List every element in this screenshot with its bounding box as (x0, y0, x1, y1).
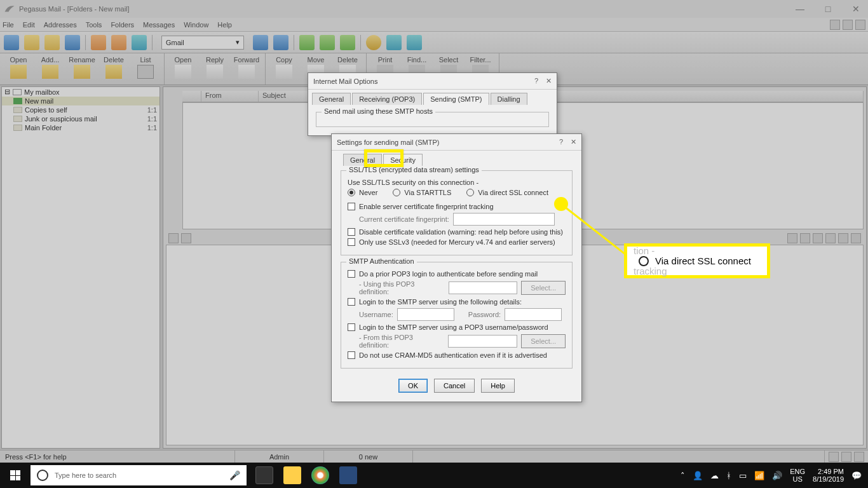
col-icon[interactable] (182, 91, 201, 102)
menu-file[interactable]: File (3, 21, 14, 29)
close-button[interactable]: ✕ (848, 4, 864, 14)
imo-tab-dialling[interactable]: Dialling (491, 93, 527, 105)
msg-reply-button[interactable]: Reply (199, 55, 231, 83)
chrome-icon[interactable] (311, 466, 329, 484)
tray-clock[interactable]: 2:49 PM8/19/2019 (813, 468, 844, 483)
lock-icon[interactable] (825, 233, 836, 243)
send-icon[interactable] (299, 35, 315, 50)
imo-tab-smtp[interactable]: Sending (SMTP) (423, 93, 489, 105)
mdi-minimize-icon[interactable] (830, 20, 840, 30)
tray-bluetooth-icon[interactable]: ᚼ (726, 471, 731, 480)
chk-sslv3[interactable] (348, 238, 355, 246)
nav1-icon[interactable] (787, 233, 797, 243)
chk-fingerprint[interactable] (348, 203, 355, 210)
radio-starttls[interactable] (393, 189, 400, 196)
taskbar-search[interactable]: Type here to search 🎤 (31, 465, 247, 485)
tree-item[interactable]: New mail (2, 97, 159, 105)
msg-forward-button[interactable]: Forward (231, 55, 262, 83)
tree-item[interactable]: Copies to self1:1 (2, 105, 159, 114)
fingerprint-input[interactable] (453, 213, 555, 226)
pegasus-icon[interactable] (407, 35, 422, 50)
menu-folders[interactable]: Folders (111, 21, 134, 29)
start-button[interactable] (0, 463, 31, 488)
status-icon-2[interactable] (841, 452, 851, 462)
folder-open-button[interactable]: Open (3, 55, 34, 83)
chk-no-crammd5[interactable] (348, 351, 355, 359)
sendreceive-icon[interactable] (340, 35, 355, 50)
compose-icon[interactable] (4, 35, 19, 50)
tray-wifi-icon[interactable]: 📶 (754, 471, 764, 480)
menu-addresses[interactable]: Addresses (44, 21, 77, 29)
nav4-icon[interactable] (838, 233, 848, 243)
status-icon-3[interactable] (854, 452, 864, 462)
help-button[interactable]: Help (481, 379, 515, 393)
close-icon[interactable]: ✕ (546, 77, 552, 85)
folder-add-button[interactable]: Add... (34, 55, 66, 83)
identity-combo[interactable]: Gmail ▾ (161, 36, 244, 50)
tray-battery-icon[interactable]: ▭ (739, 471, 747, 480)
msg-open-button[interactable]: Open (167, 55, 199, 83)
identity-icon[interactable] (91, 35, 106, 50)
chk-pop3-login[interactable] (348, 270, 355, 278)
tray-volume-icon[interactable]: 🔊 (772, 471, 782, 480)
coin-icon[interactable] (366, 35, 381, 50)
attach-icon[interactable] (181, 233, 191, 243)
receive-icon[interactable] (320, 35, 335, 50)
read-icon[interactable] (24, 35, 39, 50)
users-icon[interactable] (111, 35, 126, 50)
menu-tools[interactable]: Tools (86, 21, 102, 29)
phone-icon[interactable] (386, 35, 402, 50)
status-icon-1[interactable] (829, 452, 839, 462)
mdi-close-icon[interactable] (855, 20, 865, 30)
folder-delete-button[interactable]: Delete (98, 55, 130, 83)
folder-rename-button[interactable]: Rename (66, 55, 98, 83)
nav5-icon[interactable] (851, 233, 861, 243)
folder-tree[interactable]: ⊟ My mailbox New mailCopies to self1:1Ju… (1, 86, 160, 449)
frompop3-input[interactable] (448, 335, 517, 348)
imo-tab-general[interactable]: General (312, 93, 351, 105)
folders-icon[interactable] (44, 35, 60, 50)
explorer-icon[interactable] (283, 466, 301, 484)
menu-messages[interactable]: Messages (143, 21, 175, 29)
taskview-icon[interactable] (255, 466, 273, 484)
tray-onedrive-icon[interactable]: ☁ (710, 471, 719, 480)
font-icon[interactable] (273, 35, 288, 50)
select-pop3-button[interactable]: Select... (521, 281, 566, 295)
chk-disable-validation[interactable] (348, 228, 355, 236)
minimize-button[interactable]: — (792, 4, 808, 14)
chk-pop3-creds[interactable] (348, 323, 355, 331)
nav3-icon[interactable] (813, 233, 823, 243)
tray-notifications-icon[interactable]: 💬 (851, 471, 862, 480)
pegasus-task-icon[interactable] (339, 466, 357, 484)
nav2-icon[interactable] (800, 233, 810, 243)
ok-button[interactable]: OK (398, 379, 428, 393)
radio-direct-ssl[interactable] (466, 189, 474, 196)
mic-icon[interactable]: 🎤 (229, 470, 240, 480)
help-icon[interactable]: ? (534, 77, 538, 85)
menu-edit[interactable]: Edit (23, 21, 35, 29)
close-icon[interactable]: ✕ (571, 138, 576, 146)
print-icon[interactable] (253, 35, 268, 50)
help-icon[interactable]: ? (559, 138, 563, 146)
tray-people-icon[interactable]: 👤 (693, 471, 703, 480)
mdi-restore-icon[interactable] (843, 20, 853, 30)
pop3def-input[interactable] (449, 281, 517, 294)
imo-tab-pop3[interactable]: Receiving (POP3) (352, 93, 422, 105)
password-input[interactable] (505, 308, 562, 321)
addressbook-icon[interactable] (65, 35, 80, 50)
maximize-button[interactable]: □ (820, 4, 836, 14)
view-icon[interactable] (168, 233, 179, 243)
folder-list-button[interactable]: List (130, 55, 161, 83)
username-input[interactable] (397, 308, 454, 321)
select-frompop3-button[interactable]: Select... (521, 334, 566, 348)
tree-item[interactable]: Junk or suspicious mail1:1 (2, 114, 159, 123)
filter-icon[interactable] (132, 35, 147, 50)
chk-smtp-login[interactable] (348, 298, 355, 306)
tray-up-icon[interactable]: ˄ (681, 471, 685, 480)
tree-item[interactable]: Main Folder1:1 (2, 123, 159, 132)
radio-never[interactable] (348, 189, 355, 196)
menu-help[interactable]: Help (217, 21, 232, 29)
tray-language[interactable]: ENGUS (790, 468, 805, 483)
smtp-tab-security[interactable]: Security (383, 154, 423, 166)
cancel-button[interactable]: Cancel (434, 379, 475, 393)
